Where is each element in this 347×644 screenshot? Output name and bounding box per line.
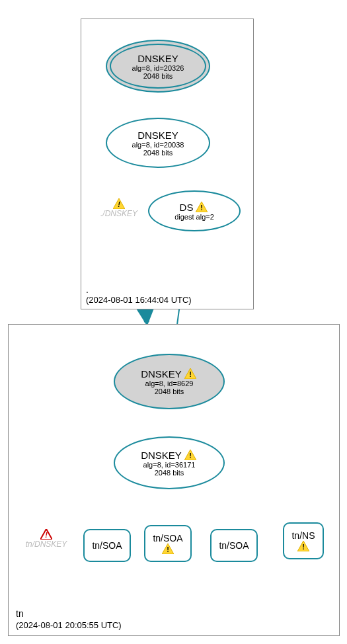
zone-root-name: . [86, 284, 89, 295]
node-rr4-label: tn/NS [291, 530, 315, 541]
node-rr2[interactable]: tn/SOA ! [144, 525, 192, 562]
node-tn-zsk-line2: 2048 bits [155, 469, 184, 477]
warning-icon: ! [196, 202, 208, 212]
warning-icon: ! [184, 368, 196, 379]
node-root-zsk-line2: 2048 bits [143, 149, 173, 157]
svg-text:!: ! [201, 204, 204, 212]
node-ds-line1: digest alg=2 [174, 213, 214, 221]
node-tn-zsk-line1: alg=8, id=36171 [143, 461, 196, 469]
node-tn-ksk-title: DNSKEY [141, 368, 182, 380]
node-root-zsk[interactable]: DNSKEY alg=8, id=20038 2048 bits [106, 118, 210, 168]
zone-root-timestamp: (2024-08-01 16:44:04 UTC) [86, 295, 192, 305]
node-rr3[interactable]: tn/SOA [210, 529, 258, 562]
ghost-root-dnskey-label: ./DNSKEY [100, 209, 137, 218]
node-tn-ksk[interactable]: DNSKEY ! alg=8, id=8629 2048 bits [114, 354, 225, 409]
node-root-zsk-line1: alg=8, id=20038 [132, 141, 184, 149]
ghost-tn-dnskey: ! tn/DNSKEY [20, 529, 73, 549]
node-rr2-label: tn/SOA [153, 533, 182, 543]
node-rr4[interactable]: tn/NS ! [283, 522, 324, 559]
ghost-tn-dnskey-label: tn/DNSKEY [26, 540, 67, 549]
svg-text:!: ! [45, 531, 48, 539]
node-ds-title: DS [180, 202, 194, 213]
node-tn-ksk-line1: alg=8, id=8629 [145, 380, 194, 387]
node-ds[interactable]: DS ! digest alg=2 [148, 190, 241, 231]
node-root-ksk[interactable]: DNSKEY alg=8, id=20326 2048 bits [106, 40, 210, 93]
error-icon: ! [40, 529, 52, 540]
svg-text:!: ! [189, 452, 192, 460]
node-tn-ksk-line2: 2048 bits [155, 387, 184, 395]
svg-text:!: ! [167, 545, 169, 553]
warning-icon: ! [162, 543, 174, 554]
node-root-ksk-title: DNSKEY [137, 53, 178, 64]
ghost-root-dnskey: ! ./DNSKEY [96, 198, 142, 218]
svg-text:!: ! [302, 543, 305, 551]
node-rr1[interactable]: tn/SOA [83, 529, 131, 562]
svg-text:!: ! [118, 200, 120, 208]
node-rr3-label: tn/SOA [219, 540, 249, 551]
svg-text:!: ! [189, 370, 192, 378]
node-tn-zsk[interactable]: DNSKEY ! alg=8, id=36171 2048 bits [114, 436, 225, 489]
warning-icon: ! [113, 198, 125, 209]
warning-icon: ! [297, 541, 309, 551]
node-root-ksk-line2: 2048 bits [143, 72, 173, 80]
zone-tn-timestamp: (2024-08-01 20:05:55 UTC) [16, 620, 122, 630]
node-rr1-label: tn/SOA [92, 540, 122, 551]
node-tn-zsk-title: DNSKEY [141, 450, 182, 461]
zone-tn-name: tn [16, 608, 24, 619]
warning-icon: ! [184, 450, 196, 460]
node-root-ksk-line1: alg=8, id=20326 [132, 64, 184, 72]
node-root-zsk-title: DNSKEY [137, 130, 178, 141]
